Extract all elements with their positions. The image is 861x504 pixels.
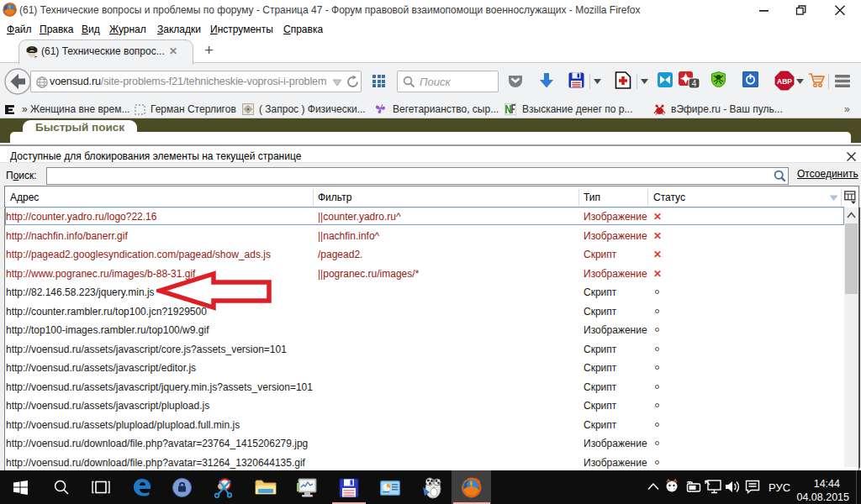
svg-text:4: 4: [692, 79, 697, 88]
svg-text:ABP: ABP: [777, 77, 792, 86]
